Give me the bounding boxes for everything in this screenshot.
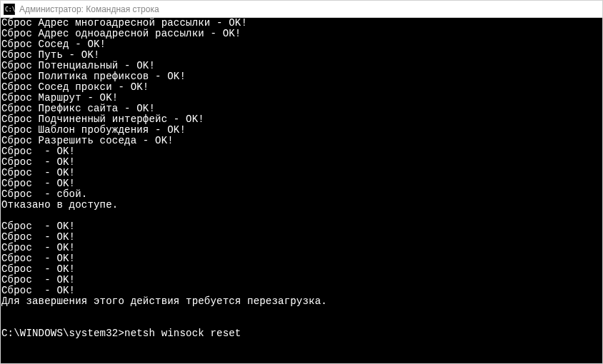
terminal-output-line: Сброс Политика префиксов - OK! (1, 71, 602, 82)
terminal-output-line: Сброс - OK! (1, 221, 602, 232)
terminal-output-line: Сброс - OK! (1, 253, 602, 264)
terminal-output-line: Сброс - OK! (1, 146, 602, 157)
terminal-output-line: Сброс - сбой. (1, 189, 602, 200)
terminal-output-line: Сброс Сосед - OK! (1, 39, 602, 50)
terminal-output-line: Сброс Сосед прокси - OK! (1, 82, 602, 93)
terminal-output-line: Сброс Префикс сайта - OK! (1, 103, 602, 114)
window-title: Администратор: Командная строка (19, 5, 159, 14)
cmd-icon: C:\ (4, 4, 15, 15)
titlebar[interactable]: C:\ Администратор: Командная строка (1, 1, 602, 18)
terminal-output-line: Сброс Адрес многоадресной рассылки - OK! (1, 18, 602, 29)
terminal-output-line (1, 318, 602, 328)
terminal-output-line (1, 307, 602, 318)
terminal-output-line: Сброс - OK! (1, 168, 602, 178)
terminal-area[interactable]: Сброс Адрес многоадресной рассылки - OK!… (1, 18, 602, 363)
terminal-output-line: Сброс Путь - OK! (1, 50, 602, 61)
terminal-output-line: Сброс Маршрут - OK! (1, 93, 602, 103)
terminal-output-line (1, 211, 602, 221)
terminal-output-line: Сброс - OK! (1, 157, 602, 168)
terminal-output-line: Сброс - OK! (1, 285, 602, 296)
terminal-output-line: Сброс - OK! (1, 264, 602, 275)
prompt-line: C:\WINDOWS\system32>netsh winsock reset (1, 328, 602, 339)
terminal-output-line: Сброс - OK! (1, 178, 602, 189)
terminal-output-line: Сброс - OK! (1, 243, 602, 253)
terminal-output-line: Сброс - OK! (1, 275, 602, 285)
terminal-output-line: Сброс Адрес одноадресной рассылки - OK! (1, 29, 602, 39)
terminal-output-line: Сброс Потенциальный - OK! (1, 61, 602, 71)
current-command[interactable]: netsh winsock reset (124, 328, 241, 339)
terminal-output-line: Отказано в доступе. (1, 200, 602, 211)
terminal-output-line: Сброс Шаблон пробуждения - OK! (1, 125, 602, 136)
terminal-output-line: Сброс Подчиненный интерфейс - OK! (1, 114, 602, 125)
terminal-output-line: Для завершения этого действия требуется … (1, 296, 602, 307)
prompt: C:\WINDOWS\system32> (1, 328, 124, 339)
svg-text:C:\: C:\ (5, 6, 15, 13)
terminal-output-line: Сброс Разрешить соседа - OK! (1, 136, 602, 146)
terminal-output-line: Сброс - OK! (1, 232, 602, 243)
